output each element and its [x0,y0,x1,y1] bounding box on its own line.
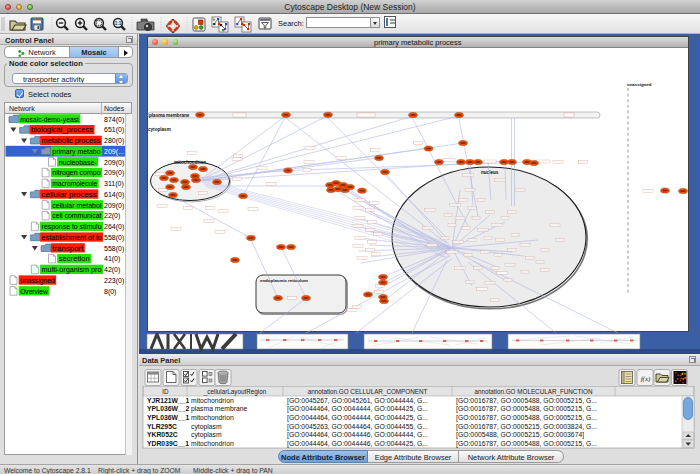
svg-text:YKR052C: YKR052C [147,431,178,438]
svg-text:multi-organism pro: multi-organism pro [42,266,102,274]
svg-text:558(0): 558(0) [104,234,124,242]
svg-text:8(0): 8(0) [104,288,116,296]
svg-text:endoplasmic reticulum: endoplasmic reticulum [260,278,308,283]
svg-text:plasma membrane: plasma membrane [191,405,248,413]
svg-text:cytoplasm: cytoplasm [191,431,222,439]
svg-text:209(0): 209(0) [104,159,124,167]
svg-text:plasma membrane: plasma membrane [149,113,190,118]
svg-text:[GO:0045267, GO:0045261, GO:00: [GO:0045267, GO:0045261, GO:0044444, G..… [287,397,428,405]
svg-text:annotation.GO CELLULAR_COMPONE: annotation.GO CELLULAR_COMPONENT [308,388,428,396]
svg-text:[GO:0016787, GO:0005215, GO:00: [GO:0016787, GO:0005215, GO:0003824, G..… [456,423,597,431]
svg-text:209(0): 209(0) [104,169,124,177]
svg-text:unassigned: unassigned [20,277,55,285]
svg-text:mitochondrion: mitochondrion [191,414,234,421]
svg-text:[GO:0045263, GO:0044464, GO:00: [GO:0045263, GO:0044464, GO:0044455, G..… [287,423,428,431]
svg-text:[GO:0016787, GO:0005488, GO:00: [GO:0016787, GO:0005488, GO:0005215, G..… [456,414,597,422]
svg-text:mosaic-demo-yeast: mosaic-demo-yeast [20,116,79,124]
svg-text:[GO:0016787, GO:0005488, GO:00: [GO:0016787, GO:0005488, GO:0005215, G..… [456,405,597,413]
svg-text:Overview: Overview [20,288,48,295]
svg-text:[GO:0044464, GO:0044446, GO:00: [GO:0044464, GO:0044446, GO:0044444, G..… [287,431,428,439]
svg-text:YJR121W__1: YJR121W__1 [147,397,190,404]
svg-text:558(0): 558(0) [104,245,124,253]
svg-text:f(x): f(x) [641,375,651,383]
svg-text:22(0): 22(0) [104,212,120,220]
svg-text:metabolic process: metabolic process [42,137,101,145]
svg-text:YPL036W__2: YPL036W__2 [147,405,190,412]
svg-text:[GO:0044464, GO:0044446, GO:00: [GO:0044464, GO:0044446, GO:0044425, G..… [287,440,428,448]
svg-text:cell communicat: cell communicat [52,212,101,219]
svg-text:unassigned: unassigned [627,82,652,87]
svg-text:[GO:0016787, GO:0005488, GO:00: [GO:0016787, GO:0005488, GO:0005215, G..… [456,397,597,405]
svg-text:[GO:0005488, GO:0005215, GO:00: [GO:0005488, GO:0005215, GO:0003674] [456,431,584,439]
svg-text:614(0): 614(0) [104,191,124,199]
svg-text:mitochondrion: mitochondrion [174,160,206,165]
svg-text:[GO:0044464, GO:0044444, GO:00: [GO:0044464, GO:0044444, GO:0044425, G..… [287,405,428,413]
svg-text:YDR039C__1: YDR039C__1 [147,440,189,447]
svg-text:primary metabo: primary metabo [52,148,100,156]
svg-text:651(0): 651(0) [104,126,124,134]
svg-text:YPL036W__1: YPL036W__1 [147,414,190,421]
svg-text:nitrogen compo: nitrogen compo [52,169,100,177]
svg-text:response to stimulu: response to stimulu [42,223,102,231]
svg-text:[GO:0044464, GO:0044444, GO:00: [GO:0044464, GO:0044444, GO:0044425, G..… [287,414,428,422]
svg-text:264(0): 264(0) [104,223,124,231]
svg-text:cytoplasm: cytoplasm [148,127,171,132]
svg-text:42(0): 42(0) [104,266,120,274]
svg-text:[GO:0016787, GO:0005488, GO:00: [GO:0016787, GO:0005488, GO:0005215, G..… [456,440,597,448]
svg-text:311(0): 311(0) [104,180,124,188]
svg-text:cellular metabol: cellular metabol [52,202,102,209]
svg-text:209(...: 209(... [104,148,124,156]
svg-text:establishment of lo: establishment of lo [42,234,102,241]
svg-text:nucleobase-: nucleobase- [59,159,98,166]
svg-text:874(0): 874(0) [104,116,124,124]
svg-text:280(0): 280(0) [104,137,124,145]
svg-text:transport: transport [52,245,83,253]
svg-text:annotation.GO MOLECULAR_FUNCTI: annotation.GO MOLECULAR_FUNCTION [475,388,593,396]
svg-text:223(0): 223(0) [104,277,124,285]
svg-text:1:1: 1:1 [115,21,122,26]
svg-text:biological_process: biological_process [31,126,94,134]
svg-text:41(0): 41(0) [104,255,120,263]
svg-text:macromolecule: macromolecule [52,180,97,187]
svg-text:mitochondrion: mitochondrion [191,440,234,447]
svg-text:209(0): 209(0) [104,202,124,210]
svg-text:mitochondrion: mitochondrion [191,397,234,404]
svg-text:secretion: secretion [59,255,90,262]
svg-text:cytoplasm: cytoplasm [191,423,222,431]
svg-text:_cellularLayoutRegion: _cellularLayoutRegion [203,388,267,396]
svg-text:YLR295C: YLR295C [147,423,177,430]
svg-text:ID: ID [162,388,169,395]
svg-text:nucleus: nucleus [481,170,499,175]
svg-text:cellular process: cellular process [42,191,98,199]
